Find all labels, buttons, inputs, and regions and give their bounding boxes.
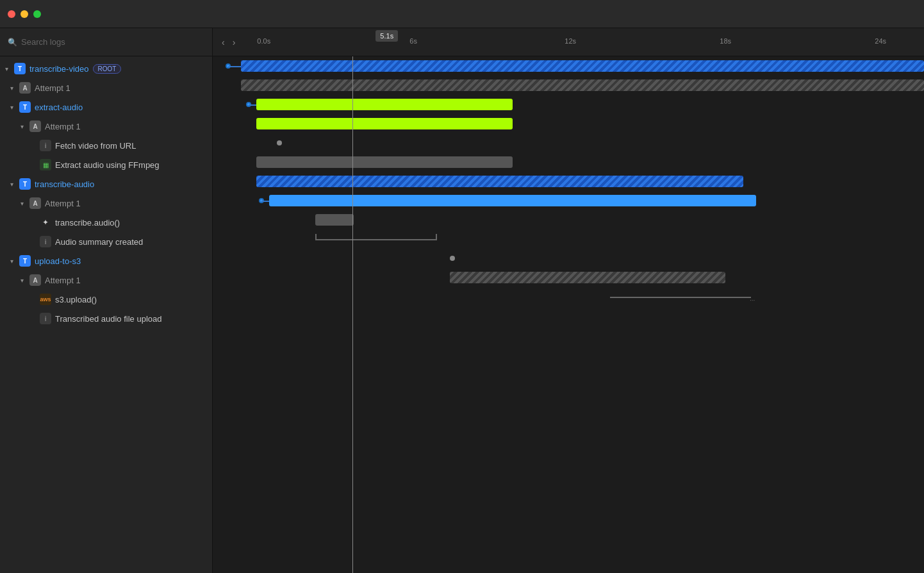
titlebar [0,0,924,28]
tree-item-extract-ffmpeg[interactable]: ▾ ▦ Extract audio using FFmpeg [0,155,212,174]
ruler-label: 0.0s [257,37,270,45]
timeline-area: ‹ › 0.0s 5.1s 6s 12s 18s [213,28,924,573]
root-badge: ROOT [93,64,122,74]
timeline-row-attempt1-transcribe [213,191,924,210]
prev-button[interactable]: ‹ [219,36,227,49]
connector-s3 [610,297,751,298]
playhead-label: 5.1s [375,30,398,42]
attempt-badge: A [29,274,41,286]
timeline-row-fetch-video [213,133,924,153]
main-layout: 🔍 ▾ T transcribe-video ROOT ▾ A Attempt … [0,28,924,573]
item-label: Fetch video from URL [55,141,136,151]
item-label: Transcribed audio file upload [55,314,161,324]
tree-item-transcribe-fn[interactable]: ▾ ✦ transcribe.audio() [0,213,212,232]
tree-item-audio-summary[interactable]: ▾ i Audio summary created [0,232,212,251]
timeline-row-extract-ffmpeg [213,153,924,172]
next-button[interactable]: › [230,36,238,49]
timeline-content[interactable]: ··· [213,56,924,573]
info-badge: i [40,236,51,247]
ruler-label: 18s [720,37,731,45]
chevron-icon: ▾ [21,200,29,207]
item-label: Attempt 1 [45,199,81,208]
timeline-row-transcribe-audio [213,172,924,191]
bar-transcribe-audio[interactable] [256,176,743,187]
timeline-ruler[interactable]: 0.0s 5.1s 6s 12s 18s 24s [244,28,924,56]
bar-attempt1-root[interactable] [241,79,924,91]
sidebar: 🔍 ▾ T transcribe-video ROOT ▾ A Attempt … [0,28,213,573]
timeline-row-transcribed-upload [213,306,924,326]
tree-item-extract-audio[interactable]: ▾ T extract-audio [0,97,212,117]
tree-item-upload-to-s3[interactable]: ▾ T upload-to-s3 [0,251,212,270]
chevron-icon: ▾ [5,65,14,72]
tree-item-transcribe-video[interactable]: ▾ T transcribe-video ROOT [0,59,212,78]
ruler-tick-18: 18s [720,28,731,45]
bar-attempt1-extract[interactable] [256,118,513,129]
tree-item-transcribed-upload[interactable]: ▾ i Transcribed audio file upload [0,309,212,328]
bar-transcribe-fn[interactable] [315,214,354,226]
search-icon: 🔍 [8,38,17,47]
ruler-label: 6s [409,37,417,45]
bar-attempt1-upload[interactable] [450,272,725,283]
openai-badge: ✦ [40,217,51,228]
playhead-label-container: 5.1s [375,31,398,40]
connector-line [261,201,269,202]
tree-item-attempt1-root[interactable]: ▾ A Attempt 1 [0,78,212,97]
timeline-row-transcribe-video [213,56,924,76]
timeline-row-audio-summary [213,229,924,249]
ruler-label: 24s [875,37,886,45]
tree-item-transcribe-audio[interactable]: ▾ T transcribe-audio [0,174,212,194]
item-label: transcribe-audio [35,179,94,189]
tree: ▾ T transcribe-video ROOT ▾ A Attempt 1 … [0,56,212,573]
info-badge: i [40,140,51,151]
chevron-icon: ▾ [10,258,19,265]
tree-item-attempt1-extract[interactable]: ▾ A Attempt 1 [0,117,212,136]
timeline-row-attempt1-upload [213,268,924,287]
task-badge: T [19,101,31,113]
minimize-button[interactable] [21,10,28,18]
connector-line [249,104,256,106]
attempt-badge: A [29,120,41,132]
tree-item-attempt1-upload[interactable]: ▾ A Attempt 1 [0,270,212,290]
item-label: Attempt 1 [35,83,70,93]
task-badge: T [19,255,31,267]
chevron-icon: ▾ [10,104,19,111]
ruler-tick-12: 12s [565,28,576,45]
search-input[interactable] [21,37,204,47]
timeline-row-attempt1-extract [213,114,924,133]
aws-badge: aws [40,294,51,305]
item-label: transcribe-video [29,64,89,74]
ruler-tick-6: 6s [409,28,417,45]
tree-item-attempt1-transcribe[interactable]: ▾ A Attempt 1 [0,194,212,213]
dot-upload-to-s3 [450,256,455,261]
nav-buttons: ‹ › [213,36,244,49]
timeline-header: ‹ › 0.0s 5.1s 6s 12s 18s [213,28,924,56]
bar-extract-ffmpeg[interactable] [256,156,513,168]
playhead-line [352,56,353,573]
dot-fetch-video [277,140,282,145]
bar-extract-audio[interactable] [256,99,513,110]
item-label: Audio summary created [55,237,143,247]
bar-attempt1-transcribe[interactable] [269,195,756,206]
close-button[interactable] [8,10,15,18]
timeline-row-s3-upload: ··· [213,287,924,306]
task-badge: T [19,178,31,190]
tree-item-s3-upload[interactable]: ▾ aws s3.upload() [0,290,212,309]
bar-transcribe-video[interactable] [241,60,924,72]
fullscreen-button[interactable] [33,10,41,18]
connector-v-left [315,234,317,239]
connector-dots: ··· [750,297,755,304]
chevron-icon: ▾ [21,277,29,284]
timeline-row-transcribe-fn [213,210,924,229]
connector-audio-summary [315,239,437,240]
tree-item-fetch-video[interactable]: ▾ i Fetch video from URL [0,136,212,155]
attempt-badge: A [29,197,41,209]
ffmpeg-badge: ▦ [40,159,51,170]
ruler-tick-0: 0.0s [257,28,270,45]
timeline-row-extract-audio [213,95,924,114]
timeline-row-attempt1-root [213,76,924,95]
attempt-badge: A [19,82,31,94]
chevron-icon: ▾ [21,123,29,130]
item-label: transcribe.audio() [55,218,120,228]
item-label: s3.upload() [55,295,97,304]
item-label: upload-to-s3 [35,256,81,266]
